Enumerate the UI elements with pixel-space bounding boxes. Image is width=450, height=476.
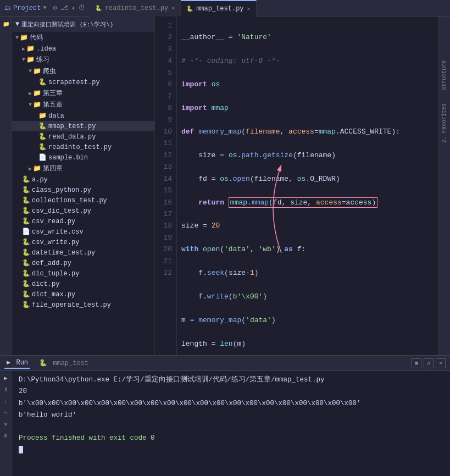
tree-csv-dic-label: csv_dic_test.py bbox=[32, 207, 91, 215]
tree-csv-write-csv-label: csv_write.csv bbox=[32, 228, 84, 236]
code-editor[interactable]: 12345 678910 1112131415 1617181920 2122 … bbox=[155, 16, 438, 355]
terminal-stop-btn[interactable]: ■ bbox=[412, 358, 421, 368]
file-icon-csv-write: 🐍 bbox=[22, 238, 30, 246]
project-icon: 🗂 bbox=[4, 4, 11, 12]
tree-daima[interactable]: ▼ 📁 代码 bbox=[12, 32, 154, 43]
tab-readinto[interactable]: 🐍 readinto_test.py ✕ bbox=[90, 0, 181, 16]
favorites-label[interactable]: 2. Favorites bbox=[441, 103, 447, 143]
mmap-test-label: mmap_test bbox=[53, 359, 88, 367]
code-line-11: f.seek(size-1) bbox=[181, 267, 434, 279]
folder-icon-chapter3: 📁 bbox=[33, 89, 41, 97]
bottom-tab-bar: ▶ Run 🐍 mmap_test ■ ↺ ✕ bbox=[0, 356, 450, 371]
tab-mmap-label: mmap_test.py bbox=[196, 5, 243, 13]
file-icon-readinto: 🐍 bbox=[38, 143, 47, 151]
run-stepover-btn[interactable]: ↷ bbox=[1, 408, 11, 418]
terminal-cursor bbox=[19, 446, 23, 453]
code-line-12: f.write(b'\x00') bbox=[181, 291, 434, 302]
tree-read-data-label: read_data.py bbox=[48, 133, 96, 141]
tree-mmap-test[interactable]: 🐍 mmap_test.py bbox=[12, 121, 154, 131]
tree-dict-max[interactable]: 🐍 dict_max.py bbox=[12, 289, 154, 300]
project-selector[interactable]: 🗂 Project ▼ bbox=[4, 4, 46, 12]
tree-lianxi[interactable]: ▼ 📁 练习 bbox=[12, 54, 154, 65]
tree-readinto[interactable]: 🐍 readinto_test.py bbox=[12, 142, 154, 152]
tree-data-folder[interactable]: 📁 data bbox=[12, 110, 154, 121]
tab-mmap-close[interactable]: ✕ bbox=[247, 5, 251, 12]
tree-csv-write-csv[interactable]: 📄 csv_write.csv bbox=[12, 226, 154, 237]
toolbar-icon-branch[interactable]: ⎇ bbox=[60, 4, 68, 12]
code-line-10: with open('data', 'wb') as f: bbox=[181, 243, 434, 255]
file-icon-dict: 🐍 bbox=[22, 280, 30, 288]
tree-pachong-label: 爬虫 bbox=[43, 67, 56, 76]
terminal-output-3: b'hello world' bbox=[19, 409, 443, 421]
run-settings-btn[interactable]: ⚙ bbox=[1, 431, 11, 441]
right-side-bar: Structure 2. Favorites bbox=[438, 16, 450, 355]
tree-collections[interactable]: 🐍 collections_test.py bbox=[12, 195, 154, 206]
project-dropdown-icon[interactable]: ▼ bbox=[43, 5, 46, 11]
toolbar-icon-settings[interactable]: ⚙ bbox=[53, 4, 57, 12]
tree-def-add[interactable]: 🐍 def_add.py bbox=[12, 258, 154, 268]
file-icon-read-data: 🐍 bbox=[38, 132, 47, 141]
tree-datetime[interactable]: 🐍 datetime_test.py bbox=[12, 247, 154, 258]
structure-label[interactable]: Structure bbox=[441, 60, 447, 90]
toolbar-icon-clock[interactable]: ⏱ bbox=[79, 4, 85, 12]
tree-class-python[interactable]: 🐍 class_python.py bbox=[12, 185, 154, 195]
tree-csv-write-py[interactable]: 🐍 csv_write.py bbox=[12, 237, 154, 247]
file-icon-a: 🐍 bbox=[22, 175, 30, 184]
activity-project-icon[interactable]: 📁 bbox=[1, 19, 12, 30]
terminal-rerun-btn[interactable]: ↺ bbox=[424, 358, 434, 368]
arrow-chapter5: ▼ bbox=[29, 102, 32, 108]
file-icon-def-add: 🐍 bbox=[22, 259, 30, 267]
tree-chapter3[interactable]: ▶ 📁 第三章 bbox=[12, 87, 154, 99]
code-line-8: return mmap.mmap(fd, size, access=access… bbox=[181, 197, 434, 208]
run-tab-icon: ▶ bbox=[7, 359, 10, 367]
terminal-exit: Process finished with exit code 0 bbox=[19, 433, 443, 444]
tree-dict[interactable]: 🐍 dict.py bbox=[12, 279, 154, 289]
terminal-output-2: b'\x00\x00\x00\x00\x00\x00\x00\x00\x00\x… bbox=[19, 398, 443, 409]
terminal-output: D:\Python34\python.exe E:/学习/重定向接口测试培训/代… bbox=[12, 371, 450, 476]
code-line-14: length = len(m) bbox=[181, 338, 434, 350]
tree-sample-bin[interactable]: 📄 sample.bin bbox=[12, 152, 154, 163]
file-icon-class: 🐍 bbox=[22, 186, 30, 194]
tree-csv-read[interactable]: 🐍 csv_read.py bbox=[12, 216, 154, 226]
run-stop-btn[interactable]: ✕ bbox=[1, 419, 11, 429]
folder-icon-chapter4: 📁 bbox=[33, 164, 41, 173]
tree-a-py[interactable]: 🐍 a.py bbox=[12, 174, 154, 185]
tree-daima-label: 代码 bbox=[30, 33, 43, 42]
tree-dic-tuple[interactable]: 🐍 dic_tuple.py bbox=[12, 268, 154, 279]
folder-icon-pachong: 📁 bbox=[33, 67, 41, 75]
tree-read-data[interactable]: 🐍 read_data.py bbox=[12, 131, 154, 142]
tree-idea[interactable]: ▶ 📁 .idea bbox=[12, 43, 154, 54]
tree-pachong[interactable]: ▼ 📁 爬虫 bbox=[12, 65, 154, 77]
file-icon-file-operate: 🐍 bbox=[22, 301, 30, 309]
tree-lianxi-label: 练习 bbox=[36, 55, 49, 64]
code-content[interactable]: __author__ = 'Nature' # -*- coding: utf-… bbox=[177, 16, 438, 355]
tree-csv-read-label: csv_read.py bbox=[32, 218, 75, 225]
tab-readinto-label: readinto_test.py bbox=[105, 4, 168, 12]
code-line-13: m = memory_map('data') bbox=[181, 314, 434, 326]
tree-scrapetest-label: scrapetest.py bbox=[48, 79, 100, 86]
tab-mmap-icon: 🐍 bbox=[186, 5, 193, 12]
mmap-test-tab[interactable]: 🐍 mmap_test bbox=[37, 358, 91, 368]
tree-csv-write-label: csv_write.py bbox=[32, 239, 79, 246]
tree-chapter4-label: 第四章 bbox=[43, 164, 63, 173]
run-step-btn[interactable]: ↓ bbox=[1, 396, 11, 406]
tree-chapter4[interactable]: ▶ 📁 第四章 bbox=[12, 163, 154, 174]
terminal-command: D:\Python34\python.exe E:/学习/重定向接口测试培训/代… bbox=[19, 374, 443, 386]
code-line-7: fd = os.open(filename, os.O_RDWR) bbox=[181, 173, 434, 185]
tree-file-operate[interactable]: 🐍 file_operate_test.py bbox=[12, 300, 154, 310]
code-line-9: size = 20 bbox=[181, 220, 434, 231]
run-tab[interactable]: ▶ Run bbox=[4, 357, 30, 369]
run-play-btn[interactable]: ▶ bbox=[1, 373, 11, 383]
toolbar-icon-star[interactable]: ✦ bbox=[71, 4, 75, 12]
tree-chapter5[interactable]: ▼ 📁 第五章 bbox=[12, 99, 154, 110]
tab-mmap[interactable]: 🐍 mmap_test.py ✕ bbox=[181, 0, 256, 16]
tree-scrapetest[interactable]: 🐍 scrapetest.py bbox=[12, 77, 154, 87]
file-icon-csv-dic: 🐍 bbox=[22, 207, 30, 215]
tab-readinto-close[interactable]: ✕ bbox=[171, 5, 175, 12]
tree-datetime-label: datetime_test.py bbox=[32, 249, 95, 257]
tree-csv-dic[interactable]: 🐍 csv_dic_test.py bbox=[12, 206, 154, 216]
file-icon-scrapetest: 🐍 bbox=[38, 78, 47, 86]
terminal-close-btn[interactable]: ✕ bbox=[436, 358, 446, 368]
terminal-output-1: 20 bbox=[19, 386, 443, 397]
run-pause-btn[interactable]: ⏸ bbox=[1, 385, 11, 395]
